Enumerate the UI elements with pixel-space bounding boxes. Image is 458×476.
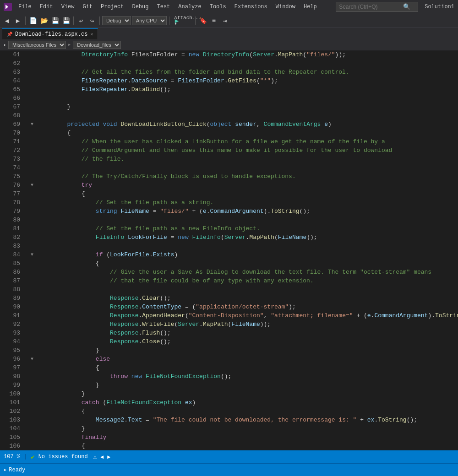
toolbar-separator-1 [25, 16, 26, 25]
menu-window[interactable]: Window [272, 3, 299, 11]
code-content[interactable]: DirectoryInfo FilesInFolder = new Direct… [37, 50, 458, 450]
menu-analyze[interactable]: Analyze [174, 3, 205, 11]
toolbar-separator-2 [73, 16, 74, 25]
menu-view[interactable]: View [58, 3, 78, 11]
tab-pin-icon: 📌 [7, 32, 12, 37]
scroll-left-icon[interactable]: ◀ [100, 454, 104, 460]
tab-bar: 📌 Download-files.aspx.cs ✕ [0, 27, 458, 39]
forward-button[interactable]: ▶ [13, 16, 23, 26]
menu-help[interactable]: Help [300, 3, 321, 11]
toolbar-separator-4 [169, 16, 169, 25]
line-numbers: 6162636465666768697071727374757677787980… [0, 50, 27, 450]
menu-project[interactable]: Project [97, 3, 127, 11]
ready-bar: ▸ Ready [0, 463, 458, 476]
issues-label: No issues found [38, 454, 88, 460]
status-bar: 107 % | ✔ No issues found ⚠ ◀ ▶ [0, 450, 458, 463]
code-area: 6162636465666768697071727374757677787980… [0, 50, 458, 450]
new-file-button[interactable]: 📄 [28, 16, 38, 26]
breadcrumb-icon: ▸ [4, 42, 6, 48]
ready-label: Ready [9, 467, 25, 473]
toolbar-separator-5 [195, 16, 196, 25]
issues-icon: ✔ [31, 453, 34, 461]
error-nav-icon[interactable]: ⚠ [93, 454, 97, 460]
menu-edit[interactable]: Edit [36, 3, 57, 11]
status-separator: | [24, 454, 27, 460]
breadcrumb: ▸ Miscellaneous Files ▸ Download_files [0, 39, 458, 50]
toolbar: ◀ ▶ 📄 📂 💾 💾 ↩ ↪ Debug Any CPU ▶ Attach..… [0, 14, 458, 27]
breadcrumb-separator: ▸ [68, 41, 71, 48]
menu-test[interactable]: Test [153, 3, 174, 11]
search-box[interactable]: 🔍 [336, 2, 418, 12]
config-dropdown[interactable]: Debug [102, 16, 131, 25]
menu-debug[interactable]: Debug [128, 3, 152, 11]
save-button[interactable]: 💾 [50, 16, 60, 26]
indent-button[interactable]: ⇥ [220, 16, 230, 26]
menu-tools[interactable]: Tools [206, 3, 230, 11]
search-icon: 🔍 [403, 3, 410, 11]
platform-dropdown[interactable]: Any CPU [132, 16, 167, 25]
save-all-button[interactable]: 💾 [61, 16, 71, 26]
scroll-right-icon[interactable]: ▶ [107, 454, 110, 460]
ready-icon: ▸ [4, 466, 7, 473]
tab-label: Download-files.aspx.cs [15, 31, 87, 38]
code-gutter: ▼▼▼▼ [27, 50, 37, 450]
breadcrumb-context-dropdown[interactable]: Miscellaneous Files [8, 41, 66, 49]
title-bar: File Edit View Git Project Debug Test An… [0, 0, 458, 14]
menu-bar: File Edit View Git Project Debug Test An… [15, 3, 321, 11]
back-button[interactable]: ◀ [2, 16, 12, 26]
redo-button[interactable]: ↪ [87, 16, 97, 26]
solution-label: Solution1 [425, 4, 454, 10]
vs-logo [4, 3, 12, 11]
bookmark-button[interactable]: 🔖 [198, 16, 208, 26]
undo-button[interactable]: ↩ [76, 16, 86, 26]
breadcrumb-symbol-dropdown[interactable]: Download_files [73, 41, 121, 49]
menu-extensions[interactable]: Extensions [231, 3, 271, 11]
menu-git[interactable]: Git [79, 3, 96, 11]
tab-download-files[interactable]: 📌 Download-files.aspx.cs ✕ [2, 28, 98, 39]
format-button[interactable]: ≡ [209, 16, 219, 26]
tab-close-button[interactable]: ✕ [90, 32, 93, 37]
toolbar-separator-3 [99, 16, 100, 25]
attach-dropdown[interactable]: Attach... ▾ [183, 16, 193, 26]
zoom-level[interactable]: 107 % [4, 454, 20, 460]
search-input[interactable] [339, 4, 403, 10]
open-button[interactable]: 📂 [39, 16, 49, 26]
menu-file[interactable]: File [15, 3, 35, 11]
